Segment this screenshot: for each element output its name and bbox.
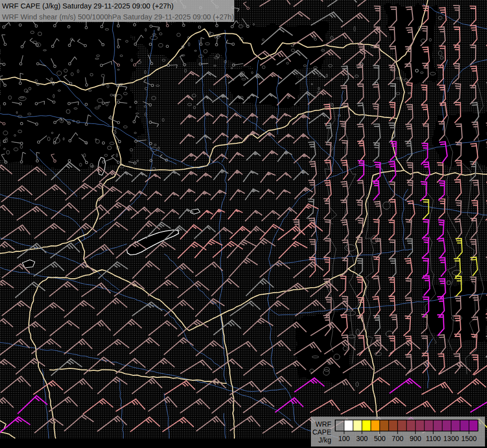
svg-text:CAPE: CAPE — [312, 428, 331, 436]
svg-text:1500: 1500 — [461, 435, 477, 443]
svg-text:WRF Wind shear (m/s) 500/1000h: WRF Wind shear (m/s) 500/1000hPa Saturda… — [2, 13, 234, 21]
svg-text:1100: 1100 — [426, 435, 441, 443]
svg-text:900: 900 — [410, 435, 422, 443]
svg-text:700: 700 — [392, 435, 404, 443]
svg-text:WRF: WRF — [315, 420, 331, 428]
svg-text:J/kg: J/kg — [318, 436, 331, 444]
svg-text:500: 500 — [374, 435, 386, 443]
svg-text:WRF CAPE (J/kg) Saturday 29-11: WRF CAPE (J/kg) Saturday 29-11-2025 09:0… — [2, 2, 174, 10]
svg-text:1300: 1300 — [443, 435, 459, 443]
svg-text:300: 300 — [356, 435, 368, 443]
svg-text:100: 100 — [338, 435, 350, 443]
